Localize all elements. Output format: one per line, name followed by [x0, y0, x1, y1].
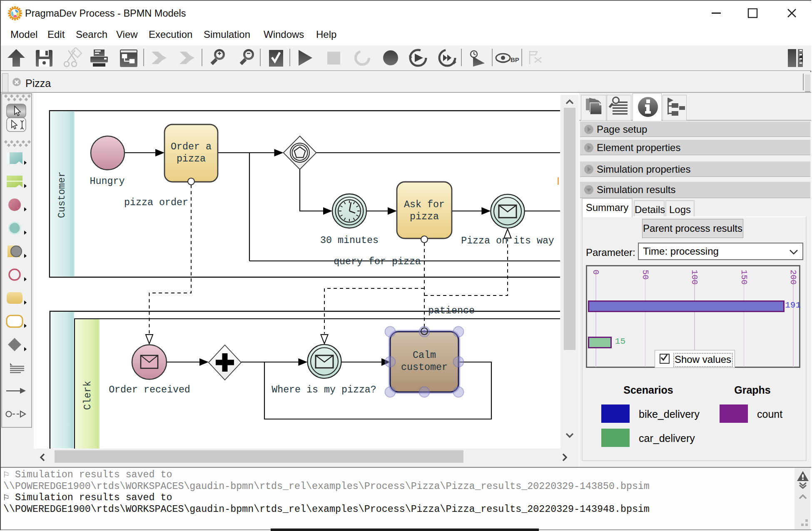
svg-text:Calm: Calm — [413, 350, 436, 361]
svg-text:pizza order: pizza order — [124, 197, 188, 208]
svg-text:30 minutes: 30 minutes — [320, 235, 379, 246]
svg-text:Customer: Customer — [57, 171, 67, 218]
svg-text:pizza: pizza — [177, 154, 206, 164]
svg-text:Order received: Order received — [109, 385, 190, 395]
svg-text:Pizza on its way: Pizza on its way — [461, 236, 554, 246]
svg-text:customer: customer — [401, 362, 448, 373]
svg-text:Where is my pizza?: Where is my pizza? — [271, 385, 376, 395]
svg-text:BP: BP — [511, 56, 519, 63]
svg-text:patience: patience — [428, 305, 475, 316]
svg-text:pizza: pizza — [410, 211, 439, 222]
svg-text:Clerk: Clerk — [82, 381, 93, 410]
svg-text:Order a: Order a — [171, 141, 212, 152]
svg-text:query for pizza: query for pizza — [334, 256, 421, 267]
svg-text:Ask for: Ask for — [404, 199, 445, 210]
svg-text:Hungry: Hungry — [90, 176, 125, 187]
